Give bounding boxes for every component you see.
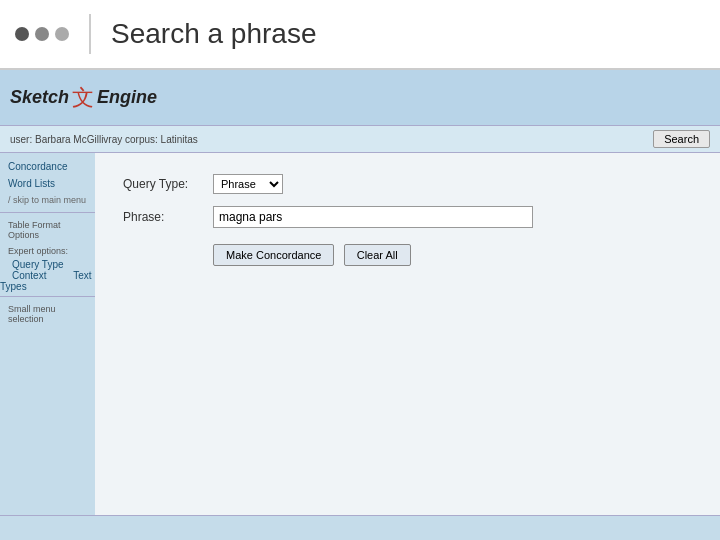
buttons-row: Make Concordance Clear All (115, 234, 700, 272)
dot-3 (55, 27, 69, 41)
buttons-cell: Make Concordance Clear All (205, 234, 700, 272)
query-type-cell: Simple Phrase CQL Lemma (205, 168, 700, 200)
sidebar-item-concordance[interactable]: Concordance (0, 158, 95, 175)
sidebar-divider-1 (0, 212, 95, 213)
user-info: user: Barbara McGillivray corpus: Latini… (10, 134, 198, 145)
search-button[interactable]: Search (653, 130, 710, 148)
title-dots (15, 27, 69, 41)
page-title: Search a phrase (111, 18, 316, 50)
app-area: Sketch 文 Engine user: Barbara McGillivra… (0, 70, 720, 540)
query-type-select[interactable]: Simple Phrase CQL Lemma (213, 174, 283, 194)
logo-icon: 文 (72, 83, 94, 113)
query-type-label: Query Type: (115, 168, 205, 200)
main-content: Concordance Word Lists / skip to main me… (0, 153, 720, 515)
buttons-label-cell (115, 234, 205, 272)
header-bar: Sketch 文 Engine (0, 70, 720, 125)
make-concordance-button[interactable]: Make Concordance (213, 244, 334, 266)
sidebar: Concordance Word Lists / skip to main me… (0, 153, 95, 515)
title-bar: Search a phrase (0, 0, 720, 70)
title-divider (89, 14, 91, 54)
user-bar: user: Barbara McGillivray corpus: Latini… (0, 125, 720, 153)
query-type-row: Query Type: Simple Phrase CQL Lemma (115, 168, 700, 200)
sidebar-item-wordlists[interactable]: Word Lists (0, 175, 95, 192)
sidebar-footer-label: Small menu selection (0, 301, 95, 327)
form-area: Query Type: Simple Phrase CQL Lemma Phra… (95, 153, 720, 515)
phrase-cell (205, 200, 700, 234)
logo-text-1: Sketch (10, 87, 69, 108)
sidebar-item-skipmenu[interactable]: / skip to main menu (0, 192, 95, 208)
clear-all-button[interactable]: Clear All (344, 244, 411, 266)
logo-text-2: Engine (97, 87, 157, 108)
phrase-input[interactable] (213, 206, 533, 228)
logo-area: Sketch 文 Engine (10, 83, 710, 113)
form-table: Query Type: Simple Phrase CQL Lemma Phra… (115, 168, 700, 272)
phrase-row: Phrase: (115, 200, 700, 234)
dot-2 (35, 27, 49, 41)
dot-1 (15, 27, 29, 41)
sidebar-divider-2 (0, 296, 95, 297)
phrase-label: Phrase: (115, 200, 205, 234)
sidebar-section-label: Table Format Options (0, 217, 95, 243)
footer-bar (0, 515, 720, 540)
